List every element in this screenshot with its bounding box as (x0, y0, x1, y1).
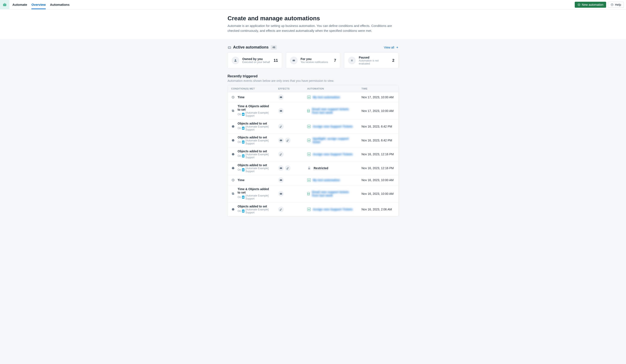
svg-rect-18 (308, 140, 310, 141)
time-cell: Nov 16, 2023, 12:16 PM (358, 164, 398, 172)
svg-rect-20 (308, 168, 310, 169)
svg-rect-26 (308, 209, 310, 210)
svg-rect-16 (308, 110, 309, 111)
robot-icon (2, 2, 7, 7)
effect-chips (278, 124, 300, 129)
time-cell: Nov 17, 2023, 10:00 AM (358, 107, 398, 115)
table-row[interactable]: Objects added to set On ◐ [Automate Exam… (228, 134, 398, 147)
active-automations-header: Active automations 46 View all (228, 45, 398, 50)
automation-link[interactable]: My test automation (307, 96, 355, 99)
cube-icon (231, 125, 235, 128)
col-conditions: CONDITION(S) MET (228, 85, 275, 92)
effect-chips (278, 177, 300, 183)
card-subtitle: Executed on your behalf (242, 61, 271, 64)
table-row[interactable]: Time My test automation Nov 17, 2023, 10… (228, 92, 398, 102)
pencil-icon (278, 207, 284, 212)
copy-icon (231, 192, 235, 196)
tab-overview[interactable]: Overview (31, 0, 46, 9)
tab-automations[interactable]: Automations (50, 0, 70, 9)
svg-point-9 (230, 47, 230, 48)
user-icon (232, 57, 239, 64)
automation-chip-icon (307, 178, 311, 182)
svg-rect-14 (233, 110, 234, 112)
automation-name: Spotlight: assign support ticket (313, 137, 355, 144)
automation-chip-icon (307, 192, 310, 195)
table-row[interactable]: Objects added to set On ◐ [Automate Exam… (228, 203, 398, 216)
condition-subtitle: On ◐ [Automate Example] Support (237, 167, 271, 173)
automation-chip-icon (307, 125, 311, 128)
effect-chips (278, 191, 300, 197)
active-count-badge: 46 (271, 45, 277, 50)
svg-rect-22 (308, 180, 310, 181)
automation-link[interactable]: Assign new Support Tickets (307, 125, 355, 128)
automation-restricted: Restricted (307, 166, 355, 170)
object-chip-icon: ◐ (242, 127, 244, 130)
effect-chips (278, 108, 300, 114)
condition-title: Objects added to set (237, 163, 271, 167)
automation-link[interactable]: My test automation (307, 178, 355, 182)
time-cell: Nov 16, 2023, 2:06 AM (358, 206, 398, 213)
time-cell: Nov 16, 2023, 6:42 PM (358, 123, 398, 130)
table-row[interactable]: Objects added to set On ◐ [Automate Exam… (228, 161, 398, 175)
table-header: CONDITION(S) MET EFFECTS AUTOMATION TIME (228, 85, 398, 92)
restricted-label: Restricted (314, 166, 328, 170)
time-cell: Nov 17, 2023, 10:00 AM (358, 93, 398, 101)
new-automation-label: New automation (582, 3, 603, 6)
time-cell: Nov 16, 2023, 6:42 PM (358, 137, 398, 144)
condition-title: Time (237, 178, 244, 182)
card-owned-by-you[interactable]: Owned by you Executed on your behalf 11 (228, 53, 282, 68)
table-row[interactable]: Objects added to set On ◐ [Automate Exam… (228, 120, 398, 134)
svg-point-1 (4, 4, 4, 5)
pause-icon (348, 57, 356, 64)
table-row[interactable]: Time & Objects added to set On ◐ [Automa… (228, 102, 398, 120)
card-count: 7 (334, 58, 336, 63)
automation-link[interactable]: Assign new Support Tickets (307, 208, 355, 211)
copy-icon (231, 109, 235, 113)
table-row[interactable]: Time & Objects added to set On ◐ [Automa… (228, 185, 398, 203)
svg-rect-23 (233, 193, 234, 195)
mail-icon (278, 177, 284, 183)
col-automation: AUTOMATION (304, 85, 358, 92)
condition-title: Objects added to set (237, 136, 271, 139)
automation-link[interactable]: Email new support tickets from last week (307, 190, 355, 197)
cube-icon (231, 166, 235, 170)
automation-chip-icon (307, 109, 310, 112)
automation-chip-icon (307, 139, 311, 142)
cube-icon (231, 138, 235, 142)
help-button[interactable]: Help (608, 2, 624, 8)
automation-name: Assign new Support Tickets (313, 125, 353, 128)
automation-chip-icon (307, 96, 311, 99)
automation-link[interactable]: Assign new Support Tickets (307, 152, 355, 156)
automation-name: Email new support tickets from last week (312, 190, 355, 197)
condition-subtitle: On ◐ [Automate Example] Support (237, 139, 271, 145)
view-all-link[interactable]: View all (384, 46, 398, 49)
card-paused[interactable]: Paused Automation is not evaluated 2 (344, 53, 398, 68)
pencil-icon (278, 124, 284, 129)
table-row[interactable]: Time My test automation Nov 16, 2023, 10… (228, 175, 398, 185)
effect-chips (278, 138, 300, 143)
mail-icon (278, 191, 284, 197)
pencil-icon (278, 151, 284, 157)
tab-automate[interactable]: Automate (12, 0, 27, 9)
clock-icon (231, 178, 235, 182)
page-title: Create and manage automations (228, 15, 398, 22)
col-effects: EFFECTS (275, 85, 304, 92)
effect-chips (278, 151, 300, 157)
svg-point-8 (229, 47, 229, 48)
card-subtitle: You receive notifications (301, 61, 331, 64)
mail-icon (278, 165, 284, 171)
automation-name: Assign new Support Tickets (313, 152, 353, 156)
automation-name: My test automation (313, 96, 340, 99)
card-title: Owned by you (242, 57, 271, 61)
automation-link[interactable]: Spotlight: assign support ticket (307, 137, 355, 144)
new-automation-button[interactable]: New automation (575, 2, 606, 8)
card-subtitle: Automation is not evaluated (359, 59, 389, 65)
automation-name: My test automation (313, 178, 340, 182)
effect-chips (278, 207, 300, 212)
table-row[interactable]: Objects added to set On ◐ [Automate Exam… (228, 147, 398, 161)
card-for-you[interactable]: For you You receive notifications 7 (286, 53, 340, 68)
help-icon (611, 3, 614, 6)
svg-rect-7 (228, 47, 231, 48)
automation-link[interactable]: Email new support tickets from last week (307, 108, 355, 114)
help-label: Help (615, 3, 621, 6)
